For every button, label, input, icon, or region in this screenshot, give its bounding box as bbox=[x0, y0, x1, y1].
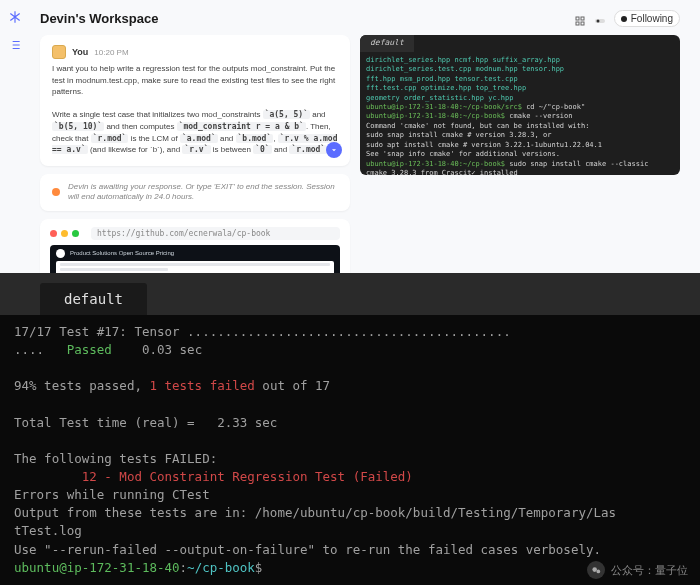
terminal-small[interactable]: default dirichlet_series.hpp ncmf.hpp su… bbox=[360, 35, 680, 175]
workspace-title: Devin's Workspace bbox=[40, 11, 158, 26]
terminal-large[interactable]: default 17/17 Test #17: Tensor .........… bbox=[0, 273, 700, 585]
scroll-down-button[interactable] bbox=[326, 142, 342, 158]
app-header: Devin's Workspace Following bbox=[0, 6, 700, 35]
terminal-small-tab[interactable]: default bbox=[360, 35, 414, 52]
svg-point-7 bbox=[596, 569, 600, 573]
left-icon-rail bbox=[8, 10, 22, 56]
svg-rect-3 bbox=[581, 22, 584, 25]
browser-url[interactable]: https://github.com/ecnerwala/cp-book bbox=[91, 227, 340, 240]
svg-point-6 bbox=[592, 567, 597, 572]
traffic-min-icon bbox=[61, 230, 68, 237]
watermark-text: 公众号：量子位 bbox=[611, 563, 688, 578]
user-avatar bbox=[52, 45, 66, 59]
terminal-large-tab[interactable]: default bbox=[40, 283, 147, 315]
status-text: Devin is awaiting your response. Or type… bbox=[68, 182, 338, 203]
workspace-app: Devin's Workspace Following You 10:20 PM bbox=[0, 0, 700, 273]
list-icon[interactable] bbox=[8, 38, 22, 56]
github-nav: Product Solutions Open Source Pricing bbox=[70, 250, 174, 256]
chat-message-body: I want you to help write a regression te… bbox=[52, 63, 338, 156]
wechat-icon bbox=[587, 561, 605, 579]
svg-point-5 bbox=[596, 19, 599, 22]
snowflake-icon[interactable] bbox=[8, 10, 22, 28]
terminal-large-output: 17/17 Test #17: Tensor .................… bbox=[0, 315, 700, 579]
svg-rect-1 bbox=[581, 17, 584, 20]
following-dot-icon bbox=[621, 16, 627, 22]
chat-username: You bbox=[72, 47, 88, 57]
terminal-large-tabbar: default bbox=[0, 273, 700, 315]
terminal-small-output: dirichlet_series.hpp ncmf.hpp suffix_arr… bbox=[360, 52, 680, 175]
toggle-icon[interactable] bbox=[594, 13, 606, 25]
github-logo-icon bbox=[56, 249, 65, 258]
grid-icon[interactable] bbox=[574, 13, 586, 25]
chat-message-card: You 10:20 PM I want you to help write a … bbox=[40, 35, 350, 166]
watermark: 公众号：量子位 bbox=[587, 561, 688, 579]
following-button[interactable]: Following bbox=[614, 10, 680, 27]
chat-timestamp: 10:20 PM bbox=[94, 48, 128, 57]
following-label: Following bbox=[631, 13, 673, 24]
svg-rect-2 bbox=[576, 22, 579, 25]
status-card: Devin is awaiting your response. Or type… bbox=[40, 174, 350, 211]
status-indicator-icon bbox=[52, 188, 60, 196]
traffic-close-icon bbox=[50, 230, 57, 237]
traffic-max-icon bbox=[72, 230, 79, 237]
svg-rect-0 bbox=[576, 17, 579, 20]
